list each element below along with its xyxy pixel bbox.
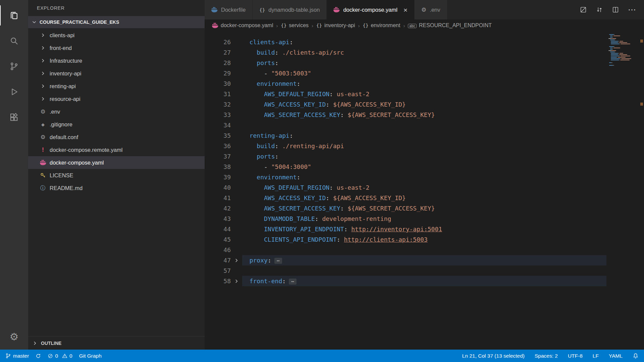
code-text[interactable]: - "5004:3000" (242, 162, 606, 172)
activity-explorer-button[interactable] (0, 3, 28, 28)
code-text[interactable]: AWS_ACCESS_KEY_ID: ${AWS_ACCESS_KEY_ID} (242, 99, 606, 110)
minimap[interactable] (608, 32, 639, 66)
code-text[interactable]: AWS_DEFAULT_REGION: us-east-2 (242, 89, 606, 99)
code-text[interactable]: CLIENTS_API_ENDPOINT: http://clients-api… (242, 234, 606, 245)
line-number: 40 (205, 182, 231, 193)
overview-ruler[interactable] (639, 32, 644, 350)
breadcrumb-item-environment[interactable]: {}environment (363, 22, 400, 28)
git-graph-button[interactable]: Git Graph (79, 353, 102, 359)
code-editor: 26 clients-api:27 build: ./clients-api/s… (205, 32, 644, 350)
sync-icon (36, 353, 41, 359)
branch-indicator[interactable]: master (5, 353, 29, 359)
breadcrumb-separator: › (312, 23, 313, 28)
activity-run-debug-button[interactable] (0, 79, 28, 105)
editor-group: Dockerfile{}dynamodb-table.jsondocker-co… (205, 0, 644, 350)
close-tab-icon[interactable]: × (404, 6, 408, 13)
sidebar-item-renting-api[interactable]: renting-api (28, 80, 205, 93)
cursor-position[interactable]: Ln 21, Col 37 (13 selected) (462, 353, 525, 359)
tab-dockerfile[interactable]: Dockerfile (205, 0, 253, 19)
sidebar-item-readme-md[interactable]: ⓘREADME.md (28, 182, 205, 194)
sidebar-item-license[interactable]: LICENSE (28, 169, 205, 182)
tab-docker-compose-yaml[interactable]: docker-compose.yaml× (327, 0, 415, 19)
activity-search-button[interactable] (0, 28, 28, 54)
indentation-setting[interactable]: Spaces: 2 (535, 353, 558, 359)
fold-gutter (231, 151, 242, 162)
run-debug-icon (9, 87, 19, 97)
open-changes-icon[interactable] (580, 6, 587, 13)
split-editor-icon[interactable] (612, 6, 619, 13)
minimap-line (608, 38, 639, 39)
code-area: 26 clients-api:27 build: ./clients-api/s… (205, 37, 644, 286)
status-bar: master 0 0 Git Graph Ln 21, Col 37 (13 s (0, 350, 644, 362)
item-label: renting-api (50, 83, 76, 89)
breadcrumb-item-inventory-api[interactable]: {}inventory-api (316, 22, 355, 28)
tab-dynamodb-table-json[interactable]: {}dynamodb-table.json (253, 0, 327, 19)
language-mode[interactable]: YAML (609, 353, 623, 359)
sidebar-item-front-end[interactable]: front-end (28, 42, 205, 54)
breadcrumb-item-resource-api-endpoint[interactable]: abcRESOURCE_API_ENDPOINT (408, 22, 492, 28)
code-line-30: 30 environment: (205, 78, 644, 89)
code-text[interactable]: INVENTORY_API_ENDPOINT: http://inventory… (242, 224, 606, 234)
sidebar-item-inventory-api[interactable]: inventory-api (28, 67, 205, 80)
code-text[interactable]: front-end:⋯ (242, 276, 606, 286)
code-text[interactable]: environment: (242, 172, 606, 182)
toggle-arrows-icon[interactable] (596, 6, 603, 13)
code-text[interactable]: AWS_ACCESS_KEY_ID: ${AWS_ACCESS_KEY_ID} (242, 193, 606, 203)
code-text[interactable]: ports: (242, 58, 606, 68)
project-root-label: COURSE_PRACTICAL_GUIDE_EKS (40, 19, 119, 25)
sync-button[interactable] (36, 353, 41, 359)
code-text[interactable]: AWS_SECRET_ACCESS_KEY: ${AWS_SECRET_ACCE… (242, 203, 606, 214)
chevron-right-icon (40, 32, 46, 38)
minimap-line (608, 52, 639, 52)
breadcrumb-item-docker-compose-yaml[interactable]: docker-compose.yaml (212, 22, 273, 28)
code-text[interactable]: AWS_SECRET_ACCESS_KEY: ${AWS_SECRET_ACCE… (242, 110, 606, 120)
outline-section-header[interactable]: OUTLINE (28, 336, 205, 350)
sidebar-item-default-conf[interactable]: ⚙default.conf (28, 131, 205, 143)
tab-label: docker-compose.yaml (343, 7, 397, 13)
fold-chevron-icon[interactable] (231, 276, 242, 286)
sidebar-item-docker-compose-yaml[interactable]: docker-compose.yaml (28, 156, 205, 169)
gear-icon: ⚙ (421, 7, 426, 13)
eol-setting[interactable]: LF (593, 353, 599, 359)
code-text[interactable]: environment: (242, 78, 606, 89)
code-text[interactable]: build: ./clients-api/src (242, 47, 606, 58)
activity-extensions-button[interactable] (0, 105, 28, 130)
code-text[interactable]: renting-api: (242, 130, 606, 141)
minimap-line (608, 60, 639, 60)
code-line-40: 40 AWS_DEFAULT_REGION: us-east-2 (205, 182, 644, 193)
more-actions-icon[interactable]: ⋯ (628, 6, 636, 14)
sidebar-item--env[interactable]: ⚙.env (28, 105, 205, 118)
code-text[interactable] (242, 265, 606, 276)
item-label: default.conf (50, 134, 78, 140)
project-root-folder[interactable]: COURSE_PRACTICAL_GUIDE_EKS (28, 16, 205, 28)
code-text[interactable]: clients-api: (242, 37, 606, 47)
gear-icon: ⚙ (40, 109, 46, 115)
tab-label: dynamodb-table.json (268, 7, 320, 13)
code-text[interactable] (242, 245, 606, 255)
problems-indicator[interactable]: 0 0 (48, 353, 72, 359)
code-text[interactable]: DYNAMODB_TABLE: development-renting (242, 214, 606, 224)
notifications-bell-icon[interactable] (633, 353, 639, 359)
code-text[interactable]: build: ./renting-api/api (242, 141, 606, 151)
code-line-37: 37 ports: (205, 151, 644, 162)
fold-chevron-icon[interactable] (231, 255, 242, 265)
sidebar-item-clients-api[interactable]: clients-api (28, 29, 205, 42)
code-text[interactable]: proxy:⋯ (242, 255, 606, 265)
code-text[interactable]: ports: (242, 151, 606, 162)
sidebar-item--gitignore[interactable]: ◆.gitignore (28, 118, 205, 131)
activity-source-control-button[interactable] (0, 54, 28, 79)
breadcrumb-item-services[interactable]: {}services (281, 22, 309, 28)
sidebar-item-infrastructure[interactable]: Infrastructure (28, 54, 205, 67)
code-text[interactable] (242, 120, 606, 130)
sidebar-item-resource-api[interactable]: resource-api (28, 93, 205, 105)
abc-icon: abc (408, 22, 417, 28)
sidebar-item-docker-compose-remote-yaml[interactable]: !docker-compose.remote.yaml (28, 143, 205, 156)
item-label: .gitignore (50, 121, 72, 128)
activity-settings-button[interactable]: ⚙ (0, 324, 28, 350)
code-text[interactable]: - "5003:5003" (242, 68, 606, 78)
encoding-setting[interactable]: UTF-8 (568, 353, 583, 359)
tab--env[interactable]: ⚙.env (415, 0, 447, 19)
fold-gutter (231, 37, 242, 47)
breadcrumb-label: services (289, 22, 309, 28)
code-text[interactable]: AWS_DEFAULT_REGION: us-east-2 (242, 182, 606, 193)
